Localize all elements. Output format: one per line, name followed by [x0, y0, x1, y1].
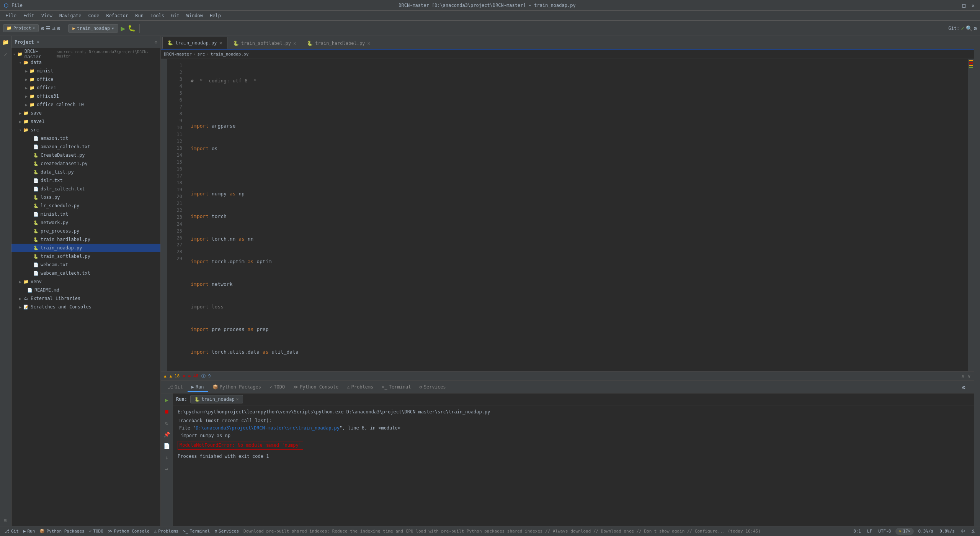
tree-webcam-txt[interactable]: 📄 webcam.txt [11, 261, 160, 269]
tree-office31-folder[interactable]: ▶ 📁 office31 [11, 92, 160, 100]
panel-header-settings-icon[interactable]: ⚙ [155, 39, 157, 45]
status-ime2[interactable]: 文 [970, 528, 977, 535]
menu-tools[interactable]: Tools [147, 12, 167, 19]
status-ime[interactable]: 中 [959, 528, 967, 535]
tree-train-noadap-py[interactable]: 🐍 train_noadap.py [11, 244, 160, 252]
menu-file[interactable]: File [2, 12, 20, 19]
run-pin-btn[interactable]: 📌 [163, 430, 171, 439]
bottom-tab-python-console[interactable]: ≫ Python Console [289, 383, 342, 392]
tab-train-noadap[interactable]: 🐍 train_noadap.py × [162, 37, 227, 49]
status-line-col[interactable]: 8:1 [852, 528, 862, 534]
status-terminal-item[interactable]: >_ Terminal [181, 528, 211, 534]
tree-minist-txt[interactable]: 📄 minist.txt [11, 210, 160, 218]
run-stop-btn[interactable]: ■ [163, 407, 171, 416]
list-icon[interactable]: ☰ [46, 25, 51, 31]
bottom-tab-problems[interactable]: ⚠ Problems [343, 383, 377, 392]
menu-navigate[interactable]: Navigate [56, 12, 85, 19]
run-file-btn[interactable]: 📄 [163, 442, 171, 450]
minimize-button[interactable]: — [952, 2, 958, 8]
sync-icon[interactable]: ⇄ [52, 25, 55, 31]
breadcrumb-file[interactable]: train_noadap.py [211, 52, 248, 57]
tab-train-softlabel[interactable]: 🐍 train_softlabel.py × [228, 37, 301, 49]
tree-webcam-caltech-txt[interactable]: 📄 webcam_caltech.txt [11, 269, 160, 277]
breadcrumb-src[interactable]: src [197, 52, 205, 57]
settings-main-icon[interactable]: ⚙ [974, 25, 977, 31]
menu-edit[interactable]: Edit [20, 12, 38, 19]
status-memory-widget[interactable]: ☀ 17× [895, 528, 913, 535]
run-file-link[interactable]: D:\anaconda3\project\DRCN-master\src\tra… [196, 425, 340, 431]
tree-readme[interactable]: 📄 README.md [11, 286, 160, 294]
run-tab-item[interactable]: 🐍 train_noadap × [190, 395, 243, 403]
activity-commit-icon[interactable]: ✓ [1, 50, 10, 59]
tree-data-folder[interactable]: ▾ 📂 data [11, 58, 160, 67]
menu-window[interactable]: Window [183, 12, 206, 19]
status-python-packages-item[interactable]: 📦 Python Packages [38, 528, 86, 534]
bottom-tab-run[interactable]: ▶ Run [188, 383, 208, 392]
activity-project-icon[interactable]: 📁 [1, 38, 10, 47]
warnings-chevron-up-icon[interactable]: ∧ [961, 373, 964, 379]
bottom-tab-python-packages[interactable]: 📦 Python Packages [209, 383, 265, 392]
tab-train-noadap-close-icon[interactable]: × [219, 40, 222, 46]
status-git-icon[interactable]: ⎇ Git [3, 528, 20, 534]
bottom-tab-git[interactable]: ⎇ Git [164, 383, 187, 392]
tree-loss-py[interactable]: 🐍 loss.py [11, 193, 160, 202]
tree-network-py[interactable]: 🐍 network.py [11, 218, 160, 227]
menu-git[interactable]: Git [168, 12, 183, 19]
tree-venv-folder[interactable]: ▶ 📁 venv [11, 277, 160, 286]
menu-help[interactable]: Help [207, 12, 224, 19]
tree-save-folder[interactable]: ▶ 📁 save [11, 109, 160, 117]
tree-src-folder[interactable]: ▾ 📂 src [11, 126, 160, 134]
status-encoding[interactable]: LF [866, 528, 874, 534]
tree-root[interactable]: ▾ 📁 DRCN-master sources root, D:\anacond… [11, 50, 160, 58]
tree-train-hardlabel-py[interactable]: 🐍 train_hardlabel.py [11, 235, 160, 244]
tree-office1-folder[interactable]: ▶ 📁 office1 [11, 84, 160, 92]
status-run-item[interactable]: ▶ Run [22, 528, 37, 534]
tree-external-libraries[interactable]: ▶ 🗂 External Libraries [11, 294, 160, 303]
run-tab-close-icon[interactable]: × [236, 397, 239, 402]
status-charset[interactable]: UTF-8 [877, 528, 892, 534]
menu-run[interactable]: Run [132, 12, 147, 19]
menu-refactor[interactable]: Refactor [103, 12, 131, 19]
tree-dslr-txt[interactable]: 📄 dslr.txt [11, 176, 160, 185]
tab-train-hardlabel[interactable]: 🐍 train_hardlabel.py × [302, 37, 375, 49]
run-scroll-btn[interactable]: ↓ [163, 453, 171, 462]
tree-dslr-caltech-txt[interactable]: 📄 dslr_caltech.txt [11, 185, 160, 193]
search-icon[interactable]: 🔍 [966, 25, 972, 31]
close-button[interactable]: ✕ [970, 2, 976, 8]
run-configuration[interactable]: ▶ train_noadap ▾ [68, 24, 118, 33]
panel-settings-icon[interactable]: ⚙ [962, 384, 965, 390]
tree-save1-folder[interactable]: ▶ 📁 save1 [11, 117, 160, 126]
gear-icon[interactable]: ⚙ [57, 25, 60, 31]
tab-train-hardlabel-close-icon[interactable]: × [367, 40, 370, 46]
tree-scratches[interactable]: ▶ 📝 Scratches and Consoles [11, 303, 160, 311]
status-python-console-item[interactable]: ≫ Python Console [106, 528, 151, 534]
tree-amazon-txt[interactable]: 📄 amazon.txt [11, 134, 160, 143]
tree-data-list-py[interactable]: 🐍 data_list.py [11, 168, 160, 176]
breadcrumb-drcn[interactable]: DRCN-master [164, 52, 192, 57]
status-services-item[interactable]: ⚙ Services [213, 528, 240, 534]
menu-code[interactable]: Code [85, 12, 103, 19]
tree-lr-schedule-py[interactable]: 🐍 lr_schedule.py [11, 202, 160, 210]
bottom-tab-terminal[interactable]: >_ Terminal [378, 383, 415, 392]
tree-train-softlabel-py[interactable]: 🐍 train_softlabel.py [11, 252, 160, 261]
bottom-tab-services[interactable]: ⚙ Services [416, 383, 450, 392]
run-button[interactable]: ▶ [121, 24, 125, 33]
menu-view[interactable]: View [38, 12, 56, 19]
tree-createdataset1-py[interactable]: 🐍 createdataset1.py [11, 159, 160, 168]
run-play-btn[interactable]: ▶ [163, 396, 171, 404]
tree-create-dataset-py[interactable]: 🐍 CreateDataset.py [11, 151, 160, 159]
status-problems-item[interactable]: ⚠ Problems [153, 528, 180, 534]
code-content[interactable]: # -*- coding: utf-8 -*- import argparse … [186, 59, 968, 371]
app-menu-file[interactable]: File [11, 3, 23, 8]
activity-structure-icon[interactable]: ⊞ [1, 515, 10, 525]
warnings-chevron-down-icon[interactable]: ∨ [968, 373, 971, 379]
run-wrap-btn[interactable]: ↩ [163, 465, 171, 473]
debug-button[interactable]: 🐛 [128, 25, 136, 32]
project-button[interactable]: 📁 Project ▾ [3, 24, 39, 32]
tree-office-folder[interactable]: ▶ 📁 office [11, 75, 160, 84]
status-todo-item[interactable]: ✓ TODO [88, 528, 105, 534]
tab-train-softlabel-close-icon[interactable]: × [293, 40, 296, 46]
tree-pre-process-py[interactable]: 🐍 pre_process.py [11, 227, 160, 235]
tree-amazon-caltech-txt[interactable]: 📄 amazon_caltech.txt [11, 143, 160, 151]
run-rerun-btn[interactable]: ↻ [163, 419, 171, 427]
